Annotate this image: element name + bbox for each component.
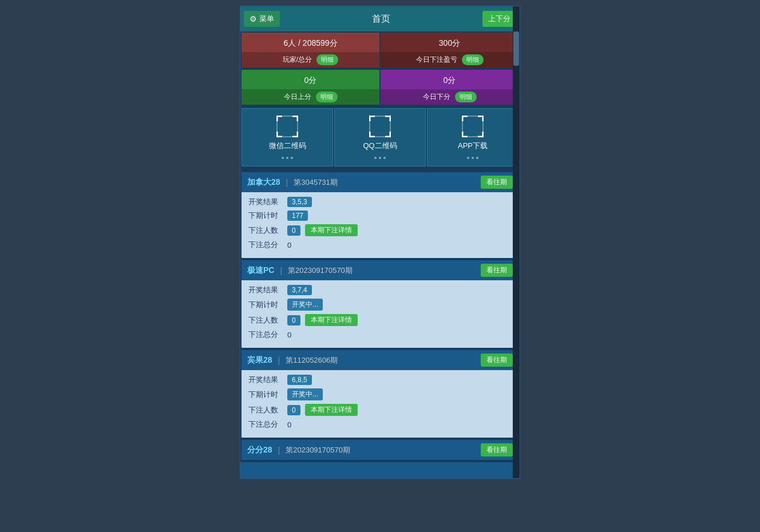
total-label-bingo28: 下注总分 bbox=[248, 419, 283, 430]
betters-value-canada28: 0 bbox=[287, 225, 300, 236]
stat-card-profit: 300分 今日下注盈亏 明细 bbox=[381, 33, 518, 68]
label-profit: 今日下注盈亏 bbox=[416, 55, 457, 65]
section-period-fenfen28: 第202309170570期 bbox=[286, 445, 350, 455]
section-header-bingo28: 宾果28 | 第112052606期 看往期 bbox=[242, 350, 518, 370]
result-row-speedpc: 开奖结果 3,7,4 bbox=[248, 285, 512, 295]
dot8 bbox=[472, 157, 474, 159]
divider-fenfen28: | bbox=[278, 446, 280, 455]
section-period-bingo28: 第112052606期 bbox=[286, 355, 338, 366]
section-body-bingo28: 开奖结果 6,8,5 下期计时 开奖中... 下注人数 0 本期下注详情 下注总… bbox=[242, 370, 518, 438]
divider-canada28: | bbox=[286, 178, 288, 187]
result-row-bingo28: 开奖结果 6,8,5 bbox=[248, 375, 512, 385]
divider-bingo28: | bbox=[278, 356, 280, 365]
result-row-canada28: 开奖结果 3,5,3 bbox=[248, 197, 512, 207]
stat-card-download: 0分 今日下分 明细 bbox=[381, 70, 518, 105]
section-period-canada28: 第3045731期 bbox=[294, 177, 338, 188]
result-label-speedpc: 开奖结果 bbox=[248, 285, 283, 295]
section-name-speedpc: 极速PC bbox=[247, 265, 274, 276]
detail-btn-players[interactable]: 明细 bbox=[316, 54, 338, 65]
detail-btn-upload[interactable]: 明细 bbox=[316, 92, 338, 102]
result-value-bingo28: 6,8,5 bbox=[287, 375, 312, 385]
history-btn-speedpc[interactable]: 看往期 bbox=[481, 264, 513, 277]
wechat-qr-label: 微信二维码 bbox=[269, 141, 306, 151]
stat-value-players: 6人 / 208599分 bbox=[242, 33, 379, 52]
betters-row-speedpc: 下注人数 0 本期下注详情 bbox=[248, 314, 512, 326]
history-btn-canada28[interactable]: 看往期 bbox=[481, 176, 513, 189]
bet-detail-btn-speedpc[interactable]: 本期下注详情 bbox=[305, 314, 358, 326]
section-body-speedpc: 开奖结果 3,7,4 下期计时 开奖中... 下注人数 0 本期下注详情 下注总… bbox=[242, 280, 518, 348]
countdown-label-canada28: 下期计时 bbox=[248, 211, 283, 221]
section-speedpc: 极速PC | 第202309170570期 看往期 开奖结果 3,7,4 下期计… bbox=[242, 260, 518, 348]
menu-label: 菜单 bbox=[259, 14, 274, 24]
section-body-canada28: 开奖结果 3,5,3 下期计时 177 下注人数 0 本期下注详情 下注总分 bbox=[242, 192, 518, 258]
wechat-dot-row bbox=[282, 157, 293, 159]
qr-frame-app bbox=[462, 116, 484, 137]
stat-label-upload: 今日上分 明细 bbox=[242, 89, 379, 105]
countdown-row-speedpc: 下期计时 开奖中... bbox=[248, 299, 512, 311]
qq-qr-button[interactable]: QQ二维码 bbox=[334, 108, 426, 166]
qq-qr-label: QQ二维码 bbox=[363, 141, 397, 151]
dot4 bbox=[374, 157, 377, 159]
section-bingo28: 宾果28 | 第112052606期 看往期 开奖结果 6,8,5 下期计时 开… bbox=[242, 350, 518, 438]
stat-value-profit: 300分 bbox=[381, 33, 518, 52]
detail-btn-profit[interactable]: 明细 bbox=[462, 54, 484, 65]
qr-frame-qq bbox=[369, 116, 391, 137]
section-period-speedpc: 第202309170570期 bbox=[288, 265, 353, 276]
label-players: 玩家/总分 bbox=[283, 55, 312, 65]
qq-dot-row bbox=[374, 157, 386, 159]
result-label-bingo28: 开奖结果 bbox=[248, 375, 283, 385]
stats-grid-bottom: 0分 今日上分 明细 0分 今日下分 明细 bbox=[240, 69, 520, 106]
divider-speedpc: | bbox=[280, 266, 282, 275]
dot6 bbox=[383, 157, 386, 159]
svg-rect-0 bbox=[277, 116, 298, 137]
stat-label-profit: 今日下注盈亏 明细 bbox=[381, 52, 518, 68]
gear-icon: ⚙ bbox=[250, 14, 257, 23]
betters-row-bingo28: 下注人数 0 本期下注详情 bbox=[248, 404, 512, 416]
qr-frame-wechat bbox=[276, 116, 298, 137]
total-row-speedpc: 下注总分 0 bbox=[248, 329, 512, 340]
svg-rect-1 bbox=[370, 116, 390, 137]
betters-value-speedpc: 0 bbox=[287, 315, 300, 325]
scroll-thumb bbox=[513, 31, 519, 66]
betters-label-bingo28: 下注人数 bbox=[248, 405, 283, 415]
section-canada28: 加拿大28 | 第3045731期 看往期 开奖结果 3,5,3 下期计时 17… bbox=[242, 172, 518, 258]
app-wrapper: ⚙ 菜单 首页 上下分 6人 / 208599分 玩家/总分 明细 300分 今 bbox=[0, 0, 760, 532]
dot2 bbox=[286, 157, 288, 159]
main-panel: ⚙ 菜单 首页 上下分 6人 / 208599分 玩家/总分 明细 300分 今 bbox=[240, 6, 520, 479]
qr-section: 微信二维码 QQ二维码 bbox=[240, 107, 520, 168]
detail-btn-download[interactable]: 明细 bbox=[455, 92, 477, 102]
header-title: 首页 bbox=[280, 13, 482, 25]
app-download-button[interactable]: APP下载 bbox=[427, 108, 518, 166]
wechat-qr-button[interactable]: 微信二维码 bbox=[242, 108, 333, 166]
total-value-canada28: 0 bbox=[287, 241, 291, 249]
countdown-label-bingo28: 下期计时 bbox=[248, 390, 283, 400]
stat-value-download: 0分 bbox=[381, 70, 518, 89]
history-btn-bingo28[interactable]: 看往期 bbox=[481, 354, 513, 367]
dot3 bbox=[291, 157, 293, 159]
updown-button[interactable]: 上下分 bbox=[482, 11, 516, 27]
total-value-bingo28: 0 bbox=[287, 420, 291, 429]
countdown-value-canada28: 177 bbox=[287, 211, 308, 221]
result-label-canada28: 开奖结果 bbox=[248, 197, 283, 207]
section-name-bingo28: 宾果28 bbox=[247, 355, 272, 366]
content-area: 加拿大28 | 第3045731期 看往期 开奖结果 3,5,3 下期计时 17… bbox=[240, 168, 520, 462]
bottom-bar bbox=[240, 462, 520, 478]
betters-label-canada28: 下注人数 bbox=[248, 225, 283, 236]
section-header-speedpc: 极速PC | 第202309170570期 看往期 bbox=[242, 260, 518, 280]
stat-card-upload: 0分 今日上分 明细 bbox=[242, 70, 379, 105]
header: ⚙ 菜单 首页 上下分 bbox=[240, 6, 520, 31]
result-value-speedpc: 3,7,4 bbox=[287, 285, 312, 295]
countdown-value-speedpc: 开奖中... bbox=[287, 299, 323, 311]
app-dot-row bbox=[467, 157, 478, 159]
scrollbar[interactable] bbox=[513, 6, 520, 478]
bet-detail-btn-canada28[interactable]: 本期下注详情 bbox=[305, 224, 358, 236]
countdown-value-bingo28: 开奖中... bbox=[287, 388, 323, 400]
bet-detail-btn-bingo28[interactable]: 本期下注详情 bbox=[305, 404, 358, 416]
label-upload: 今日上分 bbox=[284, 92, 311, 102]
menu-button[interactable]: ⚙ 菜单 bbox=[244, 11, 280, 27]
total-value-speedpc: 0 bbox=[287, 331, 291, 339]
section-fenfen28: 分分28 | 第202309170570期 看往期 bbox=[242, 440, 518, 460]
countdown-row-canada28: 下期计时 177 bbox=[248, 211, 512, 221]
dot5 bbox=[379, 157, 381, 159]
history-btn-fenfen28[interactable]: 看往期 bbox=[481, 443, 513, 456]
